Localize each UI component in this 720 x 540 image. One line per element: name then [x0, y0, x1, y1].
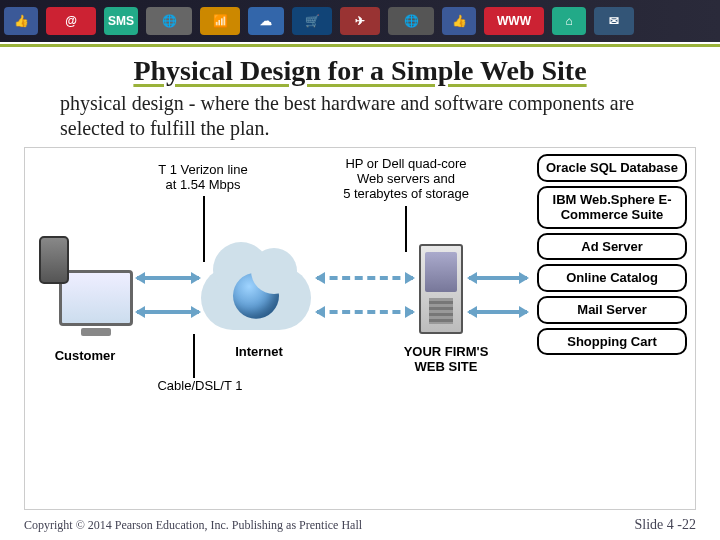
- callout-line-cable: [193, 334, 195, 378]
- stack-box-websphere: IBM Web.Sphere E-Commerce Suite: [537, 186, 687, 229]
- arrow-internet-server-top: [317, 276, 413, 280]
- thumb-up-icon: 👍: [4, 7, 38, 35]
- globe-in-cloud-icon: [233, 273, 279, 319]
- stack-box-catalog: Online Catalog: [537, 264, 687, 292]
- architecture-diagram: Customer Internet YOUR FIRM'S WEB SITE T…: [24, 147, 696, 510]
- firm-site-label: YOUR FIRM'S WEB SITE: [379, 344, 513, 374]
- arrow-internet-server-bottom: [317, 310, 413, 314]
- www-icon: WWW: [484, 7, 544, 35]
- cloud-icon: ☁: [248, 7, 284, 35]
- customer-label: Customer: [35, 348, 135, 363]
- slide-title: Physical Design for a Simple Web Site: [0, 55, 720, 87]
- internet-cloud-icon: [201, 266, 311, 330]
- callout-line-servers: [405, 206, 407, 252]
- stack-box-cart: Shopping Cart: [537, 328, 687, 356]
- slide-number: Slide 4 -22: [635, 517, 696, 533]
- t1-connection-label: T 1 Verizon line at 1.54 Mbps: [133, 162, 273, 192]
- divider: [0, 44, 720, 47]
- arrow-customer-internet-top: [137, 276, 199, 280]
- globe2-icon: 🌐: [388, 7, 434, 35]
- sms-icon: SMS: [104, 7, 138, 35]
- copyright-text: Copyright © 2014 Pearson Education, Inc.…: [24, 518, 362, 533]
- at-sign-icon: @: [46, 7, 96, 35]
- cart-icon: 🛒: [292, 7, 332, 35]
- slide-subtitle: physical design - where the best hardwar…: [60, 91, 660, 141]
- slide: 👍 @ SMS 🌐 📶 ☁ 🛒 ✈ 🌐 👍 WWW ⌂ ✉ Physical D…: [0, 0, 720, 540]
- customer-monitor-icon: [59, 270, 133, 326]
- globe-icon: 🌐: [146, 7, 192, 35]
- stack-box-adserver: Ad Server: [537, 233, 687, 261]
- footer: Copyright © 2014 Pearson Education, Inc.…: [0, 510, 720, 540]
- arrow-server-stack-top: [469, 276, 527, 280]
- rss-icon: 📶: [200, 7, 240, 35]
- cable-connection-label: Cable/DSL/T 1: [135, 378, 265, 393]
- plane-icon: ✈: [340, 7, 380, 35]
- arrow-server-stack-bottom: [469, 310, 527, 314]
- servers-connection-label: HP or Dell quad-core Web servers and 5 t…: [311, 156, 501, 201]
- home-icon: ⌂: [552, 7, 586, 35]
- smartphone-icon: [39, 236, 69, 284]
- stack-box-oracle: Oracle SQL Database: [537, 154, 687, 182]
- arrow-customer-internet-bottom: [137, 310, 199, 314]
- decorative-banner: 👍 @ SMS 🌐 📶 ☁ 🛒 ✈ 🌐 👍 WWW ⌂ ✉: [0, 0, 720, 42]
- thumb-up2-icon: 👍: [442, 7, 476, 35]
- server-tower-icon: [419, 244, 463, 334]
- internet-label: Internet: [211, 344, 307, 359]
- callout-line-t1: [203, 196, 205, 262]
- software-stack: Oracle SQL Database IBM Web.Sphere E-Com…: [537, 154, 687, 355]
- mail-icon: ✉: [594, 7, 634, 35]
- stack-box-mail: Mail Server: [537, 296, 687, 324]
